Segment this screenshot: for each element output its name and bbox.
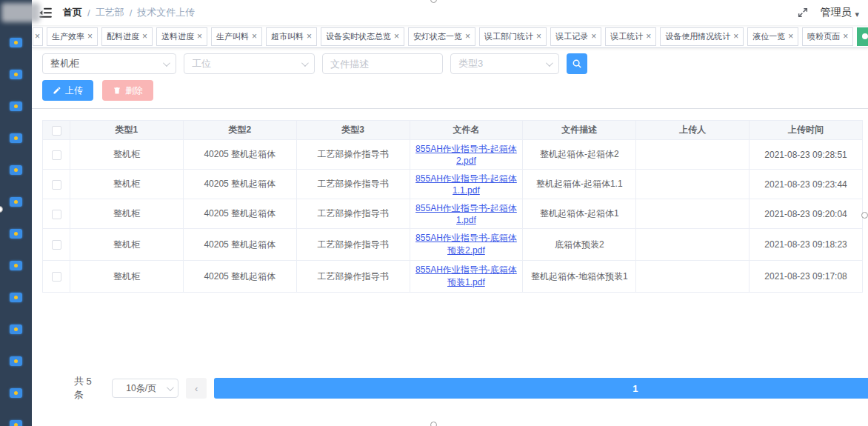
sidebar-item[interactable] xyxy=(0,345,32,377)
tab-close-icon[interactable]: × xyxy=(197,32,202,41)
file-link[interactable]: 855AH作业指导书-底箱体预装1.pdf xyxy=(415,264,517,287)
tab-label: 设备使用情况统计 xyxy=(665,31,730,42)
cell-uploader xyxy=(636,170,750,199)
row-checkbox[interactable] xyxy=(52,150,61,160)
tab[interactable]: 超市叫料× xyxy=(266,27,317,46)
tab-label: 设备实时状态总览 xyxy=(326,31,391,42)
cell-file-desc: 整机起箱体-起箱体2 xyxy=(523,140,636,170)
table-header: 类型1类型2类型3文件名文件描述上传人上传时间 xyxy=(43,121,863,140)
prev-page-button[interactable]: ‹ xyxy=(186,378,207,399)
tab[interactable]: 生产叫料× xyxy=(211,27,262,46)
sidebar-item[interactable] xyxy=(0,313,32,345)
user-name: 管理员 xyxy=(820,6,851,19)
cell-file-name: 855AH作业指导书-起箱体2.pdf xyxy=(410,140,523,170)
type3-select[interactable]: 类型3 xyxy=(450,53,559,74)
tab-close-icon[interactable]: × xyxy=(591,32,596,41)
station-select[interactable]: 工位 xyxy=(184,53,315,74)
sidebar-item[interactable] xyxy=(0,409,32,426)
tab[interactable]: 设备使用情况统计× xyxy=(660,27,744,46)
tab-close-icon[interactable]: × xyxy=(536,32,541,41)
tab-close-icon[interactable]: × xyxy=(35,32,40,41)
file-desc-input[interactable] xyxy=(322,53,443,74)
cell-file-name: 855AH作业指导书-起箱体1.1.pdf xyxy=(410,170,523,199)
sidebar-item[interactable] xyxy=(0,282,32,313)
sidebar-item[interactable] xyxy=(0,250,32,282)
cell-file-desc: 整机起箱体-起箱体1.1 xyxy=(523,170,636,199)
module-icon xyxy=(10,420,22,426)
type1-select[interactable]: 整机柜 xyxy=(42,53,176,74)
sidebar-item[interactable] xyxy=(0,154,32,186)
tab[interactable]: 送料进度× xyxy=(156,27,207,46)
cell-upload-time: 2021-08-23 09:28:51 xyxy=(750,140,863,170)
active-dot-icon xyxy=(862,33,868,39)
cell-upload-time: 2021-08-23 09:23:44 xyxy=(750,170,863,199)
tab[interactable]: 液位一览× xyxy=(747,27,798,46)
tab[interactable]: 误工部门统计× xyxy=(479,27,547,46)
tab-overflow-stub[interactable]: × xyxy=(33,27,43,46)
breadcrumb-current: 技术文件上传 xyxy=(137,6,195,19)
tab[interactable]: 生产效率× xyxy=(47,27,98,46)
tab-close-icon[interactable]: × xyxy=(646,32,651,41)
sidebar-item[interactable] xyxy=(0,27,32,59)
sidebar-item[interactable] xyxy=(0,122,32,154)
cell-uploader xyxy=(636,140,750,170)
cell-file-name: 855AH作业指导书-底箱体预装1.pdf xyxy=(410,261,523,293)
tab-close-icon[interactable]: × xyxy=(87,32,93,41)
module-icon xyxy=(10,197,22,207)
page-number-button[interactable]: 1 xyxy=(214,378,868,399)
sidebar-item[interactable] xyxy=(0,59,32,90)
sidebar-item[interactable] xyxy=(0,218,32,250)
tab[interactable]: 喷粉页面× xyxy=(802,27,853,46)
tab-close-icon[interactable]: × xyxy=(843,32,848,41)
select-all-header xyxy=(43,121,70,140)
tab-close-icon[interactable]: × xyxy=(394,32,399,41)
tab-label: 喷粉页面 xyxy=(807,31,840,42)
cell-file-name: 855AH作业指导书-起箱体1.pdf xyxy=(410,199,523,229)
tab-close-icon[interactable]: × xyxy=(733,32,738,41)
tab[interactable]: 配料进度× xyxy=(101,27,153,46)
delete-button[interactable]: 删除 xyxy=(102,80,153,101)
row-select-cell xyxy=(43,140,70,170)
tab[interactable]: 误工记录× xyxy=(550,27,601,46)
table-row: 整机柜40205 整机起箱体工艺部操作指导书855AH作业指导书-起箱体1.pd… xyxy=(43,199,863,229)
tab[interactable]: 安灯状态一览× xyxy=(408,27,475,46)
select-all-checkbox[interactable] xyxy=(52,126,61,136)
tab-close-icon[interactable]: × xyxy=(142,32,147,41)
sidebar-item[interactable] xyxy=(0,186,32,218)
tab-active[interactable]: 技术文件上传× xyxy=(857,27,868,46)
toolbar: 上传 删除 xyxy=(42,80,858,101)
column-header: 文件名 xyxy=(410,121,523,140)
cell-type3: 工艺部操作指导书 xyxy=(296,261,410,293)
tab-label: 生产叫料 xyxy=(216,31,249,42)
upload-button[interactable]: 上传 xyxy=(42,80,93,101)
search-button[interactable] xyxy=(567,53,587,74)
breadcrumb-department[interactable]: 工艺部 xyxy=(96,6,124,19)
file-link[interactable]: 855AH作业指导书-起箱体1.1.pdf xyxy=(415,173,517,196)
file-link[interactable]: 855AH作业指导书-起箱体2.pdf xyxy=(415,144,517,166)
tab-close-icon[interactable]: × xyxy=(788,32,793,41)
file-link[interactable]: 855AH作业指导书-底箱体预装2.pdf xyxy=(415,233,517,256)
file-link[interactable]: 855AH作业指导书-起箱体1.pdf xyxy=(415,203,517,225)
sidebar-item[interactable] xyxy=(0,377,32,409)
tab-label: 生产效率 xyxy=(52,31,84,42)
user-menu[interactable]: 管理员 ▾ xyxy=(820,6,859,19)
tab[interactable]: 设备实时状态总览× xyxy=(321,27,404,46)
sidebar-item[interactable] xyxy=(0,90,32,122)
tab-close-icon[interactable]: × xyxy=(252,32,257,41)
top-navbar: 首页 / 工艺部 / 技术文件上传 管理员 ▾ xyxy=(32,0,868,25)
cell-uploader xyxy=(636,229,750,261)
tab-close-icon[interactable]: × xyxy=(307,32,312,41)
tab-close-icon[interactable]: × xyxy=(465,32,470,41)
tab[interactable]: 误工统计× xyxy=(605,27,656,46)
breadcrumb-home[interactable]: 首页 xyxy=(63,6,82,19)
tab-label: 误工统计 xyxy=(610,31,643,42)
page-size-select[interactable]: 10条/页 xyxy=(112,379,178,398)
row-checkbox[interactable] xyxy=(52,272,61,282)
row-checkbox[interactable] xyxy=(52,180,61,190)
column-header: 类型1 xyxy=(70,121,184,140)
row-checkbox[interactable] xyxy=(52,210,61,219)
collapse-menu-icon[interactable] xyxy=(38,5,53,20)
row-checkbox[interactable] xyxy=(52,240,61,250)
table-row: 整机柜40205 整机起箱体工艺部操作指导书855AH作业指导书-底箱体预装1.… xyxy=(43,261,863,293)
fullscreen-icon[interactable] xyxy=(796,6,809,19)
